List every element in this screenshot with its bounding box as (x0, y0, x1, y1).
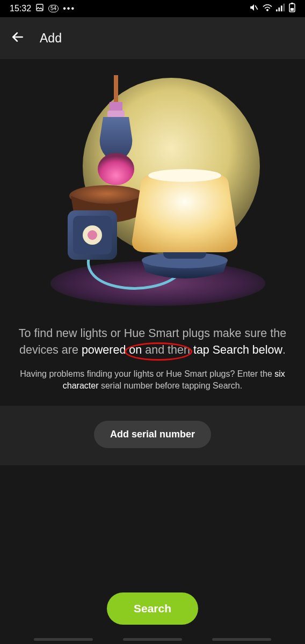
app-bar: Add (0, 17, 305, 59)
mute-icon (249, 3, 259, 14)
svg-line-1 (255, 5, 258, 10)
search-button[interactable]: Search (107, 592, 198, 625)
more-notifications-icon: ••• (63, 4, 75, 13)
instruction-bold-tap: tap Search below (193, 343, 282, 356)
android-status-bar: 15:32 54 ••• (0, 0, 305, 17)
nav-recent[interactable] (34, 638, 93, 641)
serial-number-panel: Add serial number (0, 406, 305, 465)
svg-rect-3 (276, 10, 278, 12)
nav-home[interactable] (123, 638, 182, 641)
svg-point-2 (267, 10, 268, 11)
svg-rect-5 (281, 5, 282, 11)
instruction-text: To find new lights or Hue Smart plugs ma… (0, 325, 305, 358)
svg-rect-4 (279, 8, 280, 11)
signal-icon (276, 3, 286, 14)
add-serial-number-button[interactable]: Add serial number (94, 421, 211, 448)
back-button[interactable] (11, 30, 25, 46)
status-time: 15:32 (10, 4, 31, 13)
svg-point-16 (98, 153, 134, 185)
svg-rect-6 (284, 4, 285, 11)
instruction-bold-powered: powered on (82, 343, 142, 356)
devices-illustration (0, 75, 305, 306)
help-post: serial number before tapping Search. (98, 381, 242, 390)
help-text: Having problems finding your lights or H… (0, 368, 305, 391)
main-content: To find new lights or Hue Smart plugs ma… (0, 59, 305, 465)
battery-icon (289, 3, 295, 14)
svg-point-20 (88, 230, 97, 240)
svg-rect-15 (107, 111, 125, 117)
svg-point-23 (148, 169, 221, 182)
instruction-post: . (282, 343, 286, 356)
page-title: Add (40, 31, 62, 46)
image-icon (35, 3, 44, 14)
notification-count-badge: 54 (48, 5, 59, 12)
svg-rect-0 (37, 4, 43, 11)
instruction-mid: and then (142, 343, 193, 356)
help-pre: Having problems finding your lights or H… (20, 369, 274, 378)
nav-back[interactable] (212, 638, 271, 641)
android-nav-bar (0, 638, 305, 641)
svg-rect-8 (291, 8, 294, 11)
svg-rect-14 (114, 75, 118, 105)
svg-rect-9 (291, 3, 293, 4)
wifi-icon (262, 3, 273, 14)
